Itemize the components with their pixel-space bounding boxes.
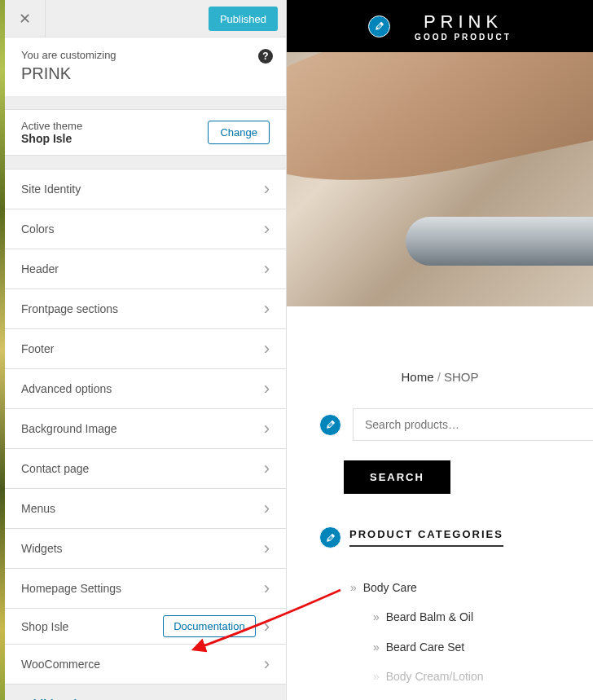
menu-label: Colors	[21, 222, 54, 236]
category-item[interactable]: » Body Care	[350, 573, 593, 602]
menu-label: Widgets	[21, 542, 63, 555]
chevron-right-icon: ›	[264, 618, 270, 636]
menu-label: Advanced options	[21, 382, 112, 395]
subcategory-label: Body Cream/Lotion	[386, 670, 484, 683]
chevron-right-icon: ›	[264, 420, 270, 438]
menu-label: Homepage Settings	[21, 582, 121, 595]
edit-shortcut-icon[interactable]	[319, 526, 341, 548]
chevron-right-icon: ›	[264, 300, 270, 318]
edit-shortcut-icon[interactable]	[319, 414, 341, 436]
bullet-icon: »	[373, 641, 380, 654]
categories-header: PRODUCT CATEGORIES	[287, 526, 593, 558]
search-row	[287, 400, 593, 449]
chevron-right-icon: ›	[264, 220, 270, 238]
menu-woocommerce[interactable]: WooCommerce ›	[5, 645, 286, 685]
categories-title: PRODUCT CATEGORIES	[349, 528, 503, 547]
edit-shortcut-icon[interactable]	[368, 15, 390, 37]
menu-footer[interactable]: Footer ›	[5, 329, 286, 369]
close-icon: ✕	[19, 10, 31, 28]
menu-frontpage-sections[interactable]: Frontpage sections ›	[5, 289, 286, 329]
bullet-icon: »	[350, 581, 357, 594]
menu-header[interactable]: Header ›	[5, 249, 286, 289]
menu-homepage-settings[interactable]: Homepage Settings ›	[5, 569, 286, 609]
site-preview: PRINK GOOD PRODUCT Home / SHOP SEARCH PR…	[287, 0, 593, 700]
subcategory-label: Beard Balm & Oil	[386, 610, 473, 623]
active-theme-label: Active theme	[21, 120, 82, 132]
breadcrumb: Home / SHOP	[287, 306, 593, 400]
chevron-right-icon: ›	[264, 380, 270, 398]
active-theme-section: Active theme Shop Isle Change	[5, 109, 286, 156]
menu-menus[interactable]: Menus ›	[5, 489, 286, 529]
chevron-right-icon: ›	[264, 340, 270, 358]
site-logo[interactable]: PRINK GOOD PRODUCT	[415, 11, 512, 42]
search-input[interactable]	[353, 408, 593, 441]
category-list: » Body Care » Beard Balm & Oil » Beard C…	[287, 558, 593, 692]
menu-label: Header	[21, 262, 59, 275]
chevron-right-icon: ›	[264, 539, 270, 557]
bullet-icon: »	[373, 670, 380, 683]
customizer-sidebar: ✕ Published ? You are customizing PRINK …	[5, 0, 287, 700]
customizer-menu: Site Identity › Colors › Header › Frontp…	[5, 169, 286, 700]
close-button[interactable]: ✕	[5, 0, 46, 37]
breadcrumb-current: SHOP	[444, 370, 479, 384]
documentation-button[interactable]: Documentation	[163, 615, 255, 637]
menu-colors[interactable]: Colors ›	[5, 209, 286, 249]
menu-background-image[interactable]: Background Image ›	[5, 409, 286, 449]
breadcrumb-sep: /	[433, 370, 444, 384]
hero-image	[287, 52, 593, 306]
logo-title: PRINK	[415, 11, 512, 33]
menu-shop-isle[interactable]: Shop Isle Documentation ›	[5, 609, 286, 645]
preview-header: PRINK GOOD PRODUCT	[287, 0, 593, 52]
chevron-right-icon: ›	[264, 500, 270, 517]
search-button-row: SEARCH	[287, 449, 593, 526]
logo-subtitle: GOOD PRODUCT	[415, 33, 512, 42]
publish-button[interactable]: Published	[209, 7, 278, 31]
menu-label: Frontpage sections	[21, 302, 118, 315]
menu-label: WooCommerce	[21, 658, 100, 671]
menu-label: Menus	[21, 502, 55, 515]
site-title: PRINK	[21, 64, 270, 83]
menu-label: Background Image	[21, 422, 117, 435]
search-button[interactable]: SEARCH	[344, 460, 450, 494]
menu-contact-page[interactable]: Contact page ›	[5, 449, 286, 489]
top-spacer	[46, 0, 200, 37]
menu-widgets[interactable]: Widgets ›	[5, 529, 286, 569]
chevron-right-icon: ›	[264, 695, 270, 700]
active-theme-name: Shop Isle	[21, 132, 82, 145]
menu-advanced-options[interactable]: Advanced options ›	[5, 369, 286, 409]
chevron-right-icon: ›	[264, 260, 270, 278]
subcategory-label: Beard Care Set	[386, 641, 465, 654]
subcategory-item[interactable]: » Body Cream/Lotion	[350, 662, 593, 691]
chevron-right-icon: ›	[264, 460, 270, 478]
chevron-right-icon: ›	[264, 180, 270, 198]
theme-info: Active theme Shop Isle	[21, 120, 82, 145]
bullet-icon: »	[373, 610, 380, 623]
menu-site-identity[interactable]: Site Identity ›	[5, 169, 286, 209]
help-icon[interactable]: ?	[258, 49, 273, 64]
menu-label: Contact page	[21, 462, 89, 475]
hero-faucet-graphic	[406, 217, 593, 266]
top-bar: ✕ Published	[5, 0, 286, 37]
category-label: Body Care	[363, 581, 417, 594]
customizing-header: ? You are customizing PRINK	[5, 37, 286, 96]
menu-additional-css[interactable]: Additional CSS ›	[5, 685, 286, 700]
hero-arm-graphic	[287, 52, 593, 215]
menu-label: Site Identity	[21, 183, 81, 196]
menu-label: Shop Isle	[21, 620, 68, 633]
chevron-right-icon: ›	[264, 579, 270, 597]
chevron-right-icon: ›	[264, 655, 270, 673]
subcategory-item[interactable]: » Beard Balm & Oil	[350, 602, 593, 632]
customizing-label: You are customizing	[21, 49, 270, 61]
subcategory-item[interactable]: » Beard Care Set	[350, 632, 593, 662]
breadcrumb-home[interactable]: Home	[401, 370, 433, 384]
menu-label: Footer	[21, 342, 54, 355]
change-theme-button[interactable]: Change	[208, 121, 270, 144]
